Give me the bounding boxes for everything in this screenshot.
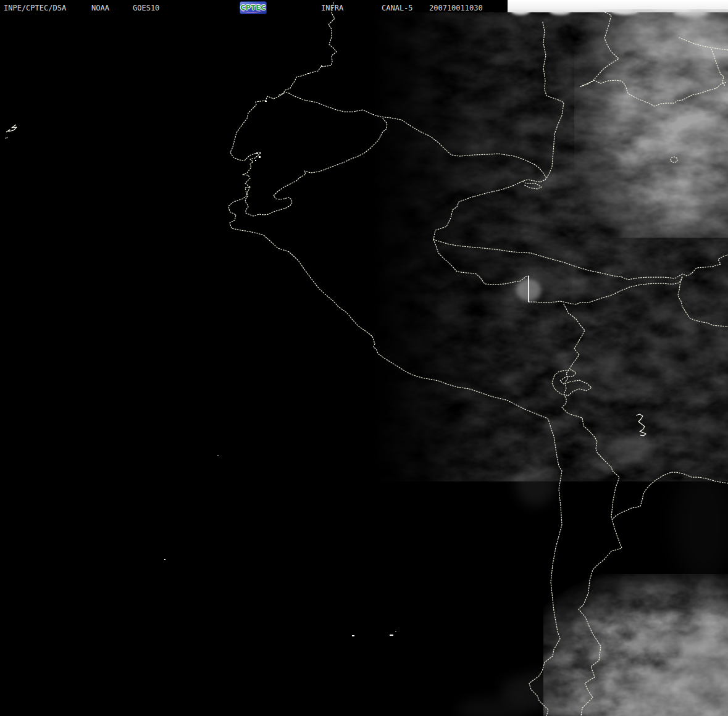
header-agency-label: INPE/CPTEC/DSA (4, 4, 66, 12)
header-product-label: INFRA (321, 4, 343, 12)
cptec-logo: CPTEC (240, 1, 267, 14)
cloud-speck (308, 73, 309, 74)
border-pacific-coast (228, 2, 562, 716)
border-peru-brazil (433, 22, 564, 239)
header-org-label: NOAA (91, 4, 109, 12)
header-timestamp-label: 200710011030 (429, 4, 483, 12)
header-channel-label: CANAL-5 (382, 4, 413, 12)
border-colombia-brazil (580, 80, 727, 106)
border-bolivia-chile (562, 304, 622, 716)
lake-poopo-outline (636, 414, 646, 436)
cptec-logo-text: CPTEC (240, 2, 266, 14)
lake-titicaca (552, 370, 592, 396)
cloud-speck (259, 156, 261, 158)
border-nw-vertical (580, 12, 619, 86)
border-ne-border-b (711, 49, 725, 86)
cloud-speck (352, 635, 354, 636)
cloud-speck (256, 152, 258, 154)
cloud-speck (390, 635, 393, 636)
border-ecuador-peru (245, 119, 387, 216)
cloud-speck (164, 559, 165, 560)
cloud-speck (265, 101, 267, 102)
cloud-speck (395, 631, 396, 631)
border-knot-loop (523, 181, 542, 189)
satellite-image-viewport: INPE/CPTEC/DSA NOAA GOES10 CPTEC INFRA C… (0, 0, 728, 716)
cloud-speck (255, 160, 256, 161)
border-ecuador-colombia (279, 93, 546, 177)
border-brazil-se-branch (678, 277, 728, 327)
cloud-speck (217, 456, 219, 456)
island-b-outline (5, 138, 8, 138)
cloud-speck (321, 65, 322, 67)
lake-small-pond (671, 157, 677, 162)
header-satellite-label: GOES10 (133, 4, 159, 12)
border-bolivia-brazil-e (613, 472, 728, 519)
border-peru-bolivia-w (433, 239, 529, 285)
border-peru-brazil-east (433, 239, 728, 280)
border-ne-border-a (679, 38, 728, 50)
border-bolivia-brazil (529, 276, 682, 304)
island-a-outline (6, 125, 17, 132)
country-borders-overlay (0, 0, 728, 716)
